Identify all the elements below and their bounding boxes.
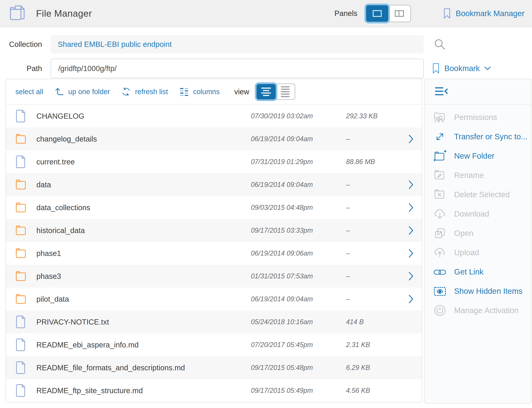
folder-icon: [15, 131, 27, 147]
file-name: current.tree: [36, 158, 75, 166]
file-icon: [15, 337, 27, 353]
table-row[interactable]: phase1 06/19/2014 09:06am –: [6, 242, 422, 265]
row-chevron-icon[interactable]: [407, 133, 415, 144]
table-row[interactable]: CHANGELOG 07/30/2019 03:02am 292.33 KB: [6, 105, 422, 128]
file-size: 88.86 MB: [346, 158, 375, 166]
panels-label: Panels: [334, 9, 357, 18]
file-name: README_ebi_aspera_info.md: [36, 341, 139, 349]
file-modified-date: 09/17/2015 05:48pm: [251, 364, 313, 372]
app-header: File Manager Panels Bookmark Manager: [0, 0, 532, 27]
view-label: view: [234, 88, 249, 96]
sidebar-item-label: New Folder: [454, 152, 495, 161]
collapse-sidebar-button[interactable]: [434, 86, 449, 98]
table-row[interactable]: README_ebi_aspera_info.md 07/20/2017 05:…: [6, 333, 422, 356]
dual-panel-icon: [395, 10, 399, 17]
file-size: 2.31 KB: [346, 341, 370, 349]
panels-group: Panels: [334, 5, 410, 22]
table-row[interactable]: current.tree 07/31/2019 01:29pm 88.86 MB: [6, 150, 422, 173]
location-section: Collection Shared EMBL-EBI public endpoi…: [0, 27, 532, 79]
sidebar-item-label: Transfer or Sync to...: [454, 132, 527, 141]
show-hidden-icon: [433, 284, 447, 298]
sidebar-item-new-folder[interactable]: New Folder: [425, 146, 531, 166]
file-size: –: [346, 295, 350, 303]
sidebar-item-label: Permissions: [454, 113, 497, 122]
upload-icon: [433, 246, 447, 260]
refresh-list-button[interactable]: refresh list: [121, 87, 168, 97]
file-size: 292.33 KB: [346, 112, 378, 120]
actions-sidebar: Permissions Transfer or Sync to... New F…: [425, 79, 532, 403]
folder-icon: [15, 291, 27, 307]
table-row[interactable]: historical_data 09/17/2015 03:33pm –: [6, 219, 422, 242]
panels-toggle: [366, 5, 411, 22]
file-modified-date: 09/17/2015 05:49pm: [251, 387, 313, 394]
file-modified-date: 07/30/2019 03:02am: [251, 112, 313, 120]
get-link-icon: [433, 265, 447, 279]
columns-button[interactable]: columns: [179, 87, 220, 97]
path-input[interactable]: [51, 59, 424, 78]
row-chevron-icon[interactable]: [407, 248, 415, 259]
file-size: –: [346, 204, 350, 212]
file-list: CHANGELOG 07/30/2019 03:02am 292.33 KB c…: [6, 105, 422, 402]
file-modified-date: 06/19/2014 09:06am: [251, 249, 313, 257]
up-one-folder-button[interactable]: up one folder: [54, 87, 110, 97]
list-view-icon: [261, 88, 271, 96]
file-icon: [15, 383, 27, 399]
table-row[interactable]: PRIVACY-NOTICE.txt 05/24/2018 10:16am 41…: [6, 311, 422, 333]
single-panel-button[interactable]: [366, 5, 388, 22]
sidebar-item-show-hidden-items[interactable]: Show Hidden Items: [425, 281, 531, 301]
compact-view-icon: [281, 86, 289, 97]
file-modified-date: 01/31/2015 07:53am: [251, 272, 313, 280]
table-row[interactable]: pilot_data 06/19/2014 09:04am –: [6, 288, 422, 311]
path-label: Path: [0, 59, 42, 78]
bookmark-icon: [432, 62, 440, 75]
table-row[interactable]: data_collections 09/03/2015 04:48pm –: [6, 196, 422, 219]
collection-field[interactable]: Shared EMBL-EBI public endpoint: [51, 35, 424, 53]
file-modified-date: 06/19/2014 09:04am: [251, 295, 313, 303]
table-row[interactable]: README_file_formats_and_descriptions.md …: [6, 356, 422, 379]
sidebar-actions-list: Permissions Transfer or Sync to... New F…: [425, 105, 531, 320]
bookmark-manager-link[interactable]: Bookmark Manager: [443, 7, 525, 20]
file-size: –: [346, 181, 350, 189]
file-size: 6.29 KB: [346, 364, 370, 372]
file-name: phase1: [36, 249, 61, 258]
columns-icon: [179, 87, 189, 97]
file-modified-date: 05/24/2018 10:16am: [251, 318, 313, 326]
chevron-down-icon: [484, 66, 491, 71]
file-size: 414 B: [346, 318, 364, 326]
file-modified-date: 07/20/2017 05:45pm: [251, 341, 313, 349]
sidebar-item-permissions: Permissions: [425, 108, 531, 127]
row-chevron-icon[interactable]: [407, 293, 415, 305]
compact-view-button[interactable]: [276, 84, 295, 99]
row-chevron-icon[interactable]: [407, 202, 415, 213]
new-folder-icon: [433, 149, 447, 163]
table-row[interactable]: README_ftp_site_structure.md 09/17/2015 …: [6, 379, 422, 402]
file-name: phase3: [36, 272, 61, 280]
select-all-button[interactable]: select all: [15, 88, 43, 96]
open-icon: [433, 226, 447, 240]
row-chevron-icon[interactable]: [407, 271, 415, 282]
file-modified-date: 06/19/2014 09:04am: [251, 135, 313, 143]
sidebar-item-get-link[interactable]: Get Link: [425, 262, 531, 281]
sidebar-item-label: Rename: [454, 171, 484, 180]
row-chevron-icon[interactable]: [407, 179, 415, 190]
file-size: –: [346, 249, 350, 257]
file-icon: [15, 314, 27, 330]
folder-icon: [15, 268, 27, 284]
list-toolbar: select all up one folder refres: [6, 79, 422, 105]
folder-icon: [15, 246, 27, 261]
row-chevron-icon[interactable]: [407, 225, 415, 236]
file-size: –: [346, 135, 350, 143]
bookmark-label: Bookmark: [444, 64, 480, 73]
bookmark-dropdown[interactable]: Bookmark: [432, 60, 491, 76]
file-size: –: [346, 227, 350, 234]
table-row[interactable]: data 06/19/2014 09:04am –: [6, 173, 422, 196]
folder-icon: [15, 222, 27, 238]
single-panel-icon: [373, 10, 382, 17]
dual-panel-button[interactable]: [388, 5, 410, 22]
search-icon[interactable]: [433, 38, 446, 51]
table-row[interactable]: changelog_details 06/19/2014 09:04am –: [6, 128, 422, 150]
table-row[interactable]: phase3 01/31/2015 07:53am –: [6, 265, 422, 288]
sidebar-item-transfer-or-sync-to[interactable]: Transfer or Sync to...: [425, 127, 531, 146]
sidebar-item-label: Manage Activation: [454, 306, 518, 315]
list-view-button[interactable]: [257, 84, 276, 99]
